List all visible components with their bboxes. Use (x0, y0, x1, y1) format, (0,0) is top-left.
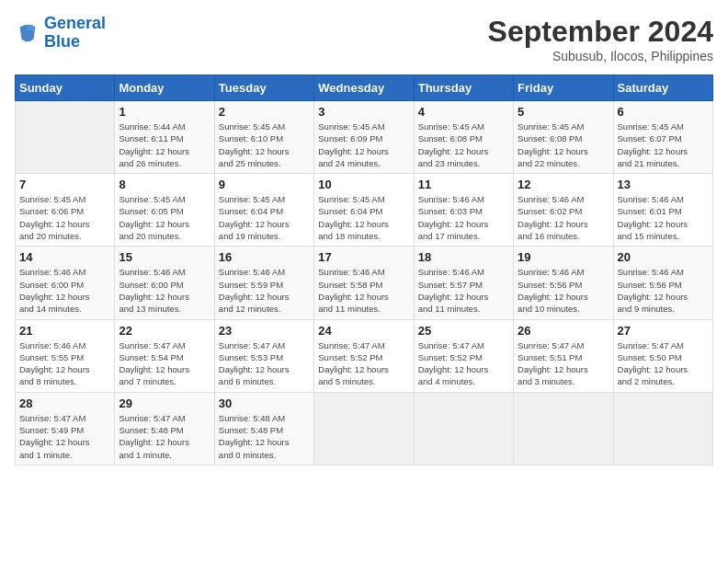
calendar-row: 21Sunrise: 5:46 AM Sunset: 5:55 PM Dayli… (16, 319, 713, 392)
table-row (514, 392, 613, 465)
table-row: 28Sunrise: 5:47 AM Sunset: 5:49 PM Dayli… (16, 392, 115, 465)
calendar-row: 28Sunrise: 5:47 AM Sunset: 5:49 PM Dayli… (16, 392, 713, 465)
location-subtitle: Subusub, Ilocos, Philippines (488, 49, 713, 63)
day-info: Sunrise: 5:45 AM Sunset: 6:06 PM Dayligh… (19, 193, 110, 242)
table-row: 21Sunrise: 5:46 AM Sunset: 5:55 PM Dayli… (16, 319, 115, 392)
day-info: Sunrise: 5:46 AM Sunset: 5:58 PM Dayligh… (318, 266, 409, 315)
day-info: Sunrise: 5:46 AM Sunset: 6:01 PM Dayligh… (618, 193, 709, 242)
day-number: 13 (618, 178, 709, 191)
day-number: 22 (119, 324, 210, 338)
day-info: Sunrise: 5:45 AM Sunset: 6:08 PM Dayligh… (418, 121, 509, 169)
table-row: 27Sunrise: 5:47 AM Sunset: 5:50 PM Dayli… (613, 319, 712, 392)
calendar-row: 1Sunrise: 5:44 AM Sunset: 6:11 PM Daylig… (16, 101, 713, 174)
day-number: 8 (119, 178, 210, 191)
day-info: Sunrise: 5:47 AM Sunset: 5:54 PM Dayligh… (119, 339, 210, 388)
logo: General Blue (15, 15, 106, 52)
day-info: Sunrise: 5:47 AM Sunset: 5:52 PM Dayligh… (318, 339, 409, 388)
table-row: 9Sunrise: 5:45 AM Sunset: 6:04 PM Daylig… (214, 174, 313, 247)
day-number: 16 (219, 250, 310, 264)
header-monday: Monday (115, 75, 214, 101)
day-number: 9 (219, 178, 310, 191)
day-info: Sunrise: 5:45 AM Sunset: 6:07 PM Dayligh… (618, 121, 709, 169)
day-number: 17 (318, 250, 409, 264)
table-row: 1Sunrise: 5:44 AM Sunset: 6:11 PM Daylig… (115, 101, 214, 174)
day-number: 19 (518, 250, 609, 264)
day-number: 2 (219, 105, 310, 119)
day-number: 1 (119, 105, 210, 119)
day-info: Sunrise: 5:46 AM Sunset: 5:56 PM Dayligh… (518, 266, 609, 315)
day-info: Sunrise: 5:46 AM Sunset: 5:55 PM Dayligh… (19, 339, 110, 388)
day-info: Sunrise: 5:45 AM Sunset: 6:09 PM Dayligh… (318, 121, 409, 169)
table-row: 5Sunrise: 5:45 AM Sunset: 6:08 PM Daylig… (514, 101, 613, 174)
day-info: Sunrise: 5:45 AM Sunset: 6:04 PM Dayligh… (318, 193, 409, 242)
table-row: 18Sunrise: 5:46 AM Sunset: 5:57 PM Dayli… (414, 247, 513, 319)
day-number: 15 (119, 250, 210, 264)
table-row: 15Sunrise: 5:46 AM Sunset: 6:00 PM Dayli… (115, 247, 214, 319)
day-info: Sunrise: 5:45 AM Sunset: 6:04 PM Dayligh… (219, 193, 310, 242)
day-info: Sunrise: 5:47 AM Sunset: 5:50 PM Dayligh… (618, 339, 709, 388)
table-row (414, 392, 513, 465)
day-number: 20 (618, 250, 709, 264)
day-info: Sunrise: 5:47 AM Sunset: 5:49 PM Dayligh… (19, 412, 110, 461)
table-row: 26Sunrise: 5:47 AM Sunset: 5:51 PM Dayli… (514, 319, 613, 392)
logo-icon (15, 20, 40, 46)
day-number: 6 (618, 105, 709, 119)
day-info: Sunrise: 5:46 AM Sunset: 6:03 PM Dayligh… (418, 193, 509, 242)
day-number: 7 (19, 178, 110, 191)
header-tuesday: Tuesday (214, 75, 313, 101)
day-info: Sunrise: 5:47 AM Sunset: 5:52 PM Dayligh… (418, 339, 509, 388)
day-number: 28 (19, 396, 110, 410)
day-number: 18 (418, 250, 509, 264)
logo-text: General Blue (44, 15, 106, 52)
table-row: 13Sunrise: 5:46 AM Sunset: 6:01 PM Dayli… (613, 174, 712, 247)
table-row: 25Sunrise: 5:47 AM Sunset: 5:52 PM Dayli… (414, 319, 513, 392)
day-number: 12 (518, 178, 609, 191)
day-number: 4 (418, 105, 509, 119)
day-number: 25 (418, 324, 509, 338)
table-row: 29Sunrise: 5:47 AM Sunset: 5:48 PM Dayli… (115, 392, 214, 465)
weekday-header-row: Sunday Monday Tuesday Wednesday Thursday… (16, 75, 713, 101)
day-info: Sunrise: 5:46 AM Sunset: 6:02 PM Dayligh… (518, 193, 609, 242)
table-row: 20Sunrise: 5:46 AM Sunset: 5:56 PM Dayli… (613, 247, 712, 319)
day-info: Sunrise: 5:47 AM Sunset: 5:53 PM Dayligh… (219, 339, 310, 388)
calendar-table: Sunday Monday Tuesday Wednesday Thursday… (15, 75, 713, 465)
day-number: 26 (518, 324, 609, 338)
table-row: 11Sunrise: 5:46 AM Sunset: 6:03 PM Dayli… (414, 174, 513, 247)
table-row: 4Sunrise: 5:45 AM Sunset: 6:08 PM Daylig… (414, 101, 513, 174)
table-row: 30Sunrise: 5:48 AM Sunset: 5:48 PM Dayli… (214, 392, 313, 465)
day-number: 10 (318, 178, 409, 191)
table-row: 8Sunrise: 5:45 AM Sunset: 6:05 PM Daylig… (115, 174, 214, 247)
table-row: 6Sunrise: 5:45 AM Sunset: 6:07 PM Daylig… (613, 101, 712, 174)
header-sunday: Sunday (16, 75, 115, 101)
day-info: Sunrise: 5:46 AM Sunset: 5:56 PM Dayligh… (618, 266, 709, 315)
month-title: September 2024 (488, 15, 713, 49)
table-row: 17Sunrise: 5:46 AM Sunset: 5:58 PM Dayli… (314, 247, 414, 319)
day-number: 3 (318, 105, 409, 119)
table-row: 14Sunrise: 5:46 AM Sunset: 6:00 PM Dayli… (16, 247, 115, 319)
day-info: Sunrise: 5:46 AM Sunset: 6:00 PM Dayligh… (119, 266, 210, 315)
table-row: 2Sunrise: 5:45 AM Sunset: 6:10 PM Daylig… (214, 101, 313, 174)
table-row: 7Sunrise: 5:45 AM Sunset: 6:06 PM Daylig… (16, 174, 115, 247)
day-info: Sunrise: 5:48 AM Sunset: 5:48 PM Dayligh… (219, 412, 310, 461)
day-info: Sunrise: 5:44 AM Sunset: 6:11 PM Dayligh… (119, 121, 210, 169)
day-number: 29 (119, 396, 210, 410)
day-number: 11 (418, 178, 509, 191)
day-number: 14 (19, 250, 110, 264)
header-friday: Friday (514, 75, 613, 101)
day-number: 24 (318, 324, 409, 338)
table-row: 24Sunrise: 5:47 AM Sunset: 5:52 PM Dayli… (314, 319, 414, 392)
table-row (16, 101, 115, 174)
table-row (314, 392, 414, 465)
day-number: 27 (618, 324, 709, 338)
day-info: Sunrise: 5:47 AM Sunset: 5:48 PM Dayligh… (119, 412, 210, 461)
title-section: September 2024 Subusub, Ilocos, Philippi… (488, 15, 713, 63)
day-info: Sunrise: 5:45 AM Sunset: 6:05 PM Dayligh… (119, 193, 210, 242)
header-saturday: Saturday (613, 75, 712, 101)
page-header: General Blue September 2024 Subusub, Ilo… (15, 15, 713, 63)
day-number: 23 (219, 324, 310, 338)
table-row: 3Sunrise: 5:45 AM Sunset: 6:09 PM Daylig… (314, 101, 414, 174)
table-row: 23Sunrise: 5:47 AM Sunset: 5:53 PM Dayli… (214, 319, 313, 392)
day-info: Sunrise: 5:45 AM Sunset: 6:10 PM Dayligh… (219, 121, 310, 169)
day-info: Sunrise: 5:47 AM Sunset: 5:51 PM Dayligh… (518, 339, 609, 388)
calendar-row: 14Sunrise: 5:46 AM Sunset: 6:00 PM Dayli… (16, 247, 713, 319)
